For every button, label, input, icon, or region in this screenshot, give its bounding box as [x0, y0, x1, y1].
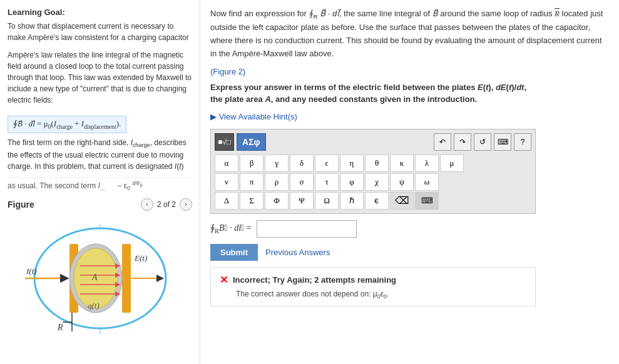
greek-lambda[interactable]: λ: [415, 154, 439, 172]
svg-text:↓: ↓: [98, 325, 102, 335]
svg-text:R: R: [57, 323, 63, 332]
ampere-paragraph: Ampère's law relates the line integral o…: [8, 49, 192, 106]
next-figure-btn[interactable]: ›: [180, 198, 192, 211]
greek-phi[interactable]: φ: [340, 173, 364, 191]
greek-Psi-upper[interactable]: Ψ: [290, 192, 314, 210]
learning-goal-title: Learning Goal:: [8, 8, 192, 17]
svg-text:A: A: [91, 273, 98, 282]
keyboard-small-btn[interactable]: ⌨: [415, 192, 439, 210]
greek-Sigma[interactable]: Σ: [240, 192, 263, 210]
svg-rect-5: [122, 244, 131, 313]
greek-chi[interactable]: χ: [365, 173, 389, 191]
help-btn[interactable]: ?: [514, 133, 531, 151]
toolbar-row1: ■√□ AΣφ ↶ ↷ ↺ ⌨ ?: [215, 133, 531, 151]
express-instruction: Express your answer in terms of the elec…: [210, 81, 609, 106]
greek-omega[interactable]: ω: [415, 173, 439, 191]
greek-eta[interactable]: η: [340, 154, 364, 172]
greek-pi[interactable]: π: [240, 173, 263, 191]
svg-text:q(t): q(t): [88, 301, 100, 310]
greek-alpha[interactable]: α: [215, 154, 238, 172]
math-toolbar: ■√□ AΣφ ↶ ↷ ↺ ⌨ ? α β γ δ ε η θ κ λ μ ν …: [210, 129, 536, 214]
right-panel: Now find an expression for ∮R B⃗ · dl⃗, …: [200, 0, 619, 364]
figure-ref: (Figure 2): [210, 67, 609, 76]
view-hints-link[interactable]: View Available Hint(s): [210, 112, 609, 121]
submit-btn[interactable]: Submit: [210, 244, 258, 261]
submit-row: Submit Previous Answers: [210, 244, 609, 261]
greek-theta[interactable]: θ: [365, 154, 389, 172]
x-icon: ✕: [220, 274, 228, 286]
greek-mu[interactable]: μ: [440, 154, 464, 172]
matrix-icon-btn[interactable]: ■√□: [215, 133, 234, 151]
ampere-formula: ∮B⃗ · dl⃗ = μ0(Icharge + Idisplacement).: [8, 116, 126, 133]
redo-btn[interactable]: ↷: [454, 133, 471, 151]
svg-text:E(t): E(t): [134, 253, 147, 263]
figure-page: 2 of 2: [157, 200, 176, 209]
figure-nav[interactable]: ‹ 2 of 2 ›: [141, 198, 192, 211]
previous-answers-link[interactable]: Previous Answers: [265, 248, 330, 257]
prev-figure-btn[interactable]: ‹: [141, 198, 153, 211]
greek-nu[interactable]: ν: [215, 173, 238, 191]
undo-btn[interactable]: ↶: [434, 133, 451, 151]
greek-Delta[interactable]: Δ: [215, 192, 238, 210]
answer-input[interactable]: [257, 220, 357, 238]
greek-gamma[interactable]: γ: [265, 154, 289, 172]
greek-beta[interactable]: β: [240, 154, 263, 172]
backspace-btn[interactable]: ⌫: [390, 192, 414, 210]
greek-delta[interactable]: δ: [290, 154, 314, 172]
left-panel: Learning Goal: To show that displacement…: [0, 0, 200, 364]
greek-row2: ν π ρ σ τ φ χ ψ ω: [215, 173, 531, 191]
svg-text:↑: ↑: [98, 221, 102, 231]
capacitor-figure: ↑ → ↓ ←: [13, 216, 188, 338]
keyboard-icon-btn[interactable]: ⌨: [494, 133, 511, 151]
figure-label: Figure: [8, 200, 34, 210]
greek-tau[interactable]: τ: [315, 173, 339, 191]
greek-rho[interactable]: ρ: [265, 173, 289, 191]
answer-row: ∮RB⃗ · dl⃗ =: [210, 220, 536, 238]
greek-hbar[interactable]: ℏ: [340, 192, 364, 210]
incorrect-title: Incorrect; Try Again; 2 attempts remaini…: [233, 275, 396, 285]
greek-sigma[interactable]: σ: [290, 173, 314, 191]
greek-Omega-upper[interactable]: Ω: [315, 192, 339, 210]
greek-varepsilon[interactable]: ϵ: [365, 192, 389, 210]
first-term-paragraph: The first term on the right-hand side, I…: [8, 137, 192, 173]
incorrect-box: ✕ Incorrect; Try Again; 2 attempts remai…: [210, 267, 536, 306]
answer-label: ∮RB⃗ · dl⃗ =: [210, 223, 252, 235]
incorrect-header: ✕ Incorrect; Try Again; 2 attempts remai…: [220, 274, 526, 286]
incorrect-detail: The correct answer does not depend on: μ…: [220, 290, 526, 300]
learning-goal-paragraph1: To show that displacement current is nec…: [8, 21, 192, 43]
greek-row1: α β γ δ ε η θ κ λ μ: [215, 154, 531, 172]
svg-text:I(t): I(t): [26, 266, 37, 276]
greek-palette-btn[interactable]: AΣφ: [237, 133, 266, 151]
greek-kappa[interactable]: κ: [390, 154, 414, 172]
refresh-btn[interactable]: ↺: [474, 133, 491, 151]
figure-container: ↑ → ↓ ←: [13, 216, 188, 341]
figure-header: Figure ‹ 2 of 2 ›: [8, 198, 192, 211]
greek-Phi-upper[interactable]: Φ: [265, 192, 289, 210]
problem-text: Now find an expression for ∮R B⃗ · dl⃗, …: [210, 8, 609, 61]
greek-row3: Δ Σ Φ Ψ Ω ℏ ϵ ⌫ ⌨: [215, 192, 531, 210]
faded-continuation: as usual. The second term I... − ε0 dΦE: [8, 177, 192, 191]
greek-epsilon[interactable]: ε: [315, 154, 339, 172]
greek-psi[interactable]: ψ: [390, 173, 414, 191]
